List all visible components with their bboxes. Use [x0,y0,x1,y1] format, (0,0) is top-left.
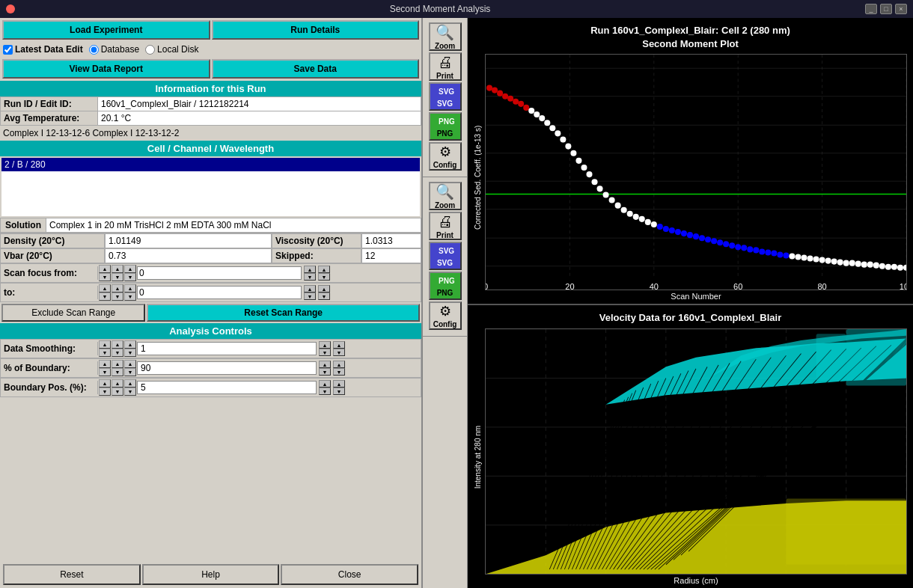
scan-from-up-btn[interactable]: ▲ [304,266,316,273]
bpos-spin3-dn[interactable]: ▼ [124,388,136,396]
bndry-spin3-dn[interactable]: ▼ [124,368,136,376]
database-radio[interactable] [89,45,99,55]
bpos-spin3-up[interactable]: ▲ [124,379,136,388]
scan-focus-from-row: Scan focus from: ▲ ▼ ▲ ▼ ▲ ▼ [0,263,421,283]
bpos-spin2-dn[interactable]: ▼ [112,388,123,396]
config-top-button[interactable]: ⚙ Config [429,142,462,171]
maximize-btn[interactable]: □ [880,4,892,14]
bpos-spin1-up[interactable]: ▲ [99,379,111,388]
boundary-pos-spinners: ▲▼ ▲▼ ▲▼ 5 ▲▼ ▲▼ [98,379,346,396]
smooth-spin2-dn[interactable]: ▼ [112,349,123,357]
bndry-spin1-dn[interactable]: ▼ [99,368,111,376]
svg-top-button[interactable]: SVG SVG [429,82,462,111]
bpos-dn2[interactable]: ▼ [333,388,345,395]
database-radio-label[interactable]: Database [89,44,139,55]
info-table: Run ID / Edit ID: 160v1_ComplexI_Blair /… [0,97,421,126]
scan-to-up-btn[interactable]: ▲ [304,285,316,293]
scan-to-spin3-up[interactable]: ▲ [124,284,136,293]
svg-point-70 [663,226,669,232]
smooth-spin1-dn[interactable]: ▼ [99,349,111,357]
smooth-spin3-up[interactable]: ▲ [124,340,136,349]
scan-to-spin2-up[interactable]: ▲ [112,284,123,293]
zoom-top-icon: 🔍 [436,23,454,41]
cell-section-header: Cell / Channel / Wavelength [0,141,421,156]
scan-from-up2-btn[interactable]: ▲ [318,266,330,273]
exclude-scan-range-button[interactable]: Exclude Scan Range [1,304,145,322]
smooth-spin3-dn[interactable]: ▼ [124,349,136,357]
scan-to-down-btn[interactable]: ▼ [304,293,316,300]
bndry-spin1-up[interactable]: ▲ [99,360,111,368]
close-button[interactable]: Close [281,564,418,585]
help-button[interactable]: Help [142,564,280,585]
bpos-up2[interactable]: ▲ [333,380,345,388]
zoom-bottom-button[interactable]: 🔍 Zoom [429,182,462,210]
scan-from-down-btn[interactable]: ▼ [304,273,316,281]
reset-scan-range-button[interactable]: Reset Scan Range [147,304,420,322]
boundary-pct-input[interactable]: 90 [137,361,317,375]
bndry-dn2[interactable]: ▼ [333,368,345,376]
view-data-report-button[interactable]: View Data Report [2,59,210,79]
scan-to-down2-btn[interactable]: ▼ [318,293,330,300]
bpos-dn[interactable]: ▼ [319,388,331,395]
scan-to-spin1-up[interactable]: ▲ [99,284,111,293]
svg-point-98 [831,259,837,265]
bndry-spin3-up[interactable]: ▲ [124,360,136,368]
print-top-button[interactable]: 🖨 Print [429,52,462,81]
latest-data-checkbox-label[interactable]: Latest Data Edit [3,44,83,55]
config-bottom-button[interactable]: ⚙ Config [429,301,462,330]
scan-focus-to-row: to: ▲ ▼ ▲ ▼ ▲ ▼ 0 [0,283,421,302]
png-bottom-button[interactable]: PNG PNG [429,272,462,300]
png-top-button[interactable]: PNG PNG [429,112,462,141]
svg-bottom-button[interactable]: SVG SVG [429,242,462,270]
scan-from-spin1-down[interactable]: ▼ [99,273,111,281]
svg-text:40: 40 [650,282,659,290]
print-bottom-button[interactable]: 🖨 Print [429,212,462,240]
cell-item-selected[interactable]: 2 / B / 280 [1,158,420,171]
bndry-spin2-dn[interactable]: ▼ [112,368,123,376]
local-disk-radio[interactable] [145,45,155,55]
cell-list: 2 / B / 280 [0,156,421,218]
svg-point-52 [560,137,566,143]
scan-to-spin3-down[interactable]: ▼ [124,293,136,301]
scan-from-spin2-down[interactable]: ▼ [112,273,123,281]
smooth-up[interactable]: ▲ [319,341,331,349]
boundary-pos-input[interactable]: 5 [137,381,317,394]
reset-button[interactable]: Reset [3,564,141,585]
bndry-dn[interactable]: ▼ [319,368,331,376]
scan-from-spin3-up[interactable]: ▲ [124,265,136,273]
smooth-spin1-up[interactable]: ▲ [99,340,111,349]
bpos-spin2-up[interactable]: ▲ [112,379,123,388]
config-bottom-icon: ⚙ [439,303,451,319]
scan-to-spin1-down[interactable]: ▼ [99,293,111,301]
minimize-btn[interactable]: _ [865,4,877,14]
smooth-up2[interactable]: ▲ [333,341,345,349]
smooth-dn2[interactable]: ▼ [333,349,345,356]
scan-from-down2-btn[interactable]: ▼ [318,273,330,281]
zoom-top-button[interactable]: 🔍 Zoom [429,22,462,51]
run-details-button[interactable]: Run Details [212,20,420,40]
smoothing-input[interactable]: 1 [137,342,317,355]
scan-to-spin2-down[interactable]: ▼ [112,293,123,301]
bpos-up[interactable]: ▲ [319,380,331,388]
scan-to-up2-btn[interactable]: ▲ [318,285,330,293]
latest-data-checkbox[interactable] [3,45,13,55]
close-btn[interactable]: × [895,4,907,14]
scan-focus-to-input[interactable]: 0 [137,286,302,299]
scan-from-spin3-down[interactable]: ▼ [124,273,136,281]
svg-point-39 [492,88,498,94]
bndry-spin2-up[interactable]: ▲ [112,360,123,368]
local-disk-radio-label[interactable]: Local Disk [145,44,198,55]
window-close-dot[interactable] [6,4,15,13]
scan-focus-from-input[interactable]: 0 [137,266,302,280]
save-data-button[interactable]: Save Data [212,59,420,79]
bndry-up[interactable]: ▲ [319,361,331,368]
scan-from-spin2-up[interactable]: ▲ [112,265,123,273]
smooth-spin2-up[interactable]: ▲ [112,340,123,349]
bndry-up2[interactable]: ▲ [333,361,345,368]
bpos-spin1-dn[interactable]: ▼ [99,388,111,396]
svg-point-103 [861,262,867,268]
load-experiment-button[interactable]: Load Experiment [2,20,210,40]
svg-point-83 [741,245,747,251]
smooth-dn[interactable]: ▼ [319,349,331,356]
scan-from-spin1-up[interactable]: ▲ [99,265,111,273]
